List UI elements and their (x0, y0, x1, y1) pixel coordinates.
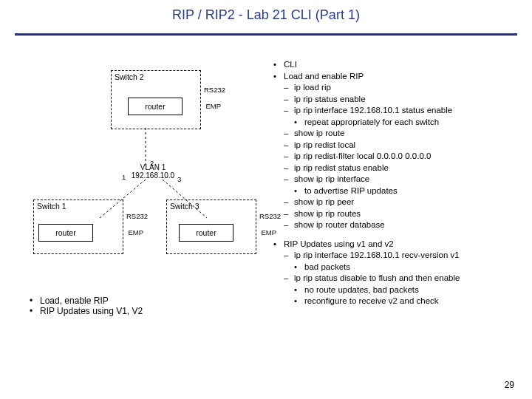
page-number: 29 (505, 380, 514, 390)
switch-2-label: Switch 2 (115, 72, 144, 81)
router-left: router (38, 224, 93, 242)
cli-cmd: show ip rip routes (284, 208, 517, 220)
router-label: router (145, 102, 165, 111)
cli-cmd: show ip rip interface to advertise RIP u… (284, 174, 517, 197)
port-1: 1 (122, 173, 126, 181)
cli-cmd-text: ip rip interface 192.168.10.1 status ena… (294, 106, 452, 115)
switch-3-label: Switch 3 (170, 202, 200, 211)
emp-label-1: EMP (128, 228, 143, 236)
cli-note: reconfigure to receive v2 and check (294, 296, 517, 307)
cli-cmd: ip rip redist-filter local 0.0.0.0 0.0.0… (284, 151, 517, 163)
cli-note: no route updates, bad packets (294, 284, 517, 296)
network-diagram: Switch 2 RS232 router EMP VLAN 1 192.168… (55, 70, 262, 255)
slide-stage: Switch 2 RS232 router EMP VLAN 1 192.168… (15, 44, 517, 384)
router-top: router (128, 98, 183, 115)
switch-2-box: Switch 2 RS232 router EMP (111, 70, 201, 129)
left-bullet-0: Load, enable RIP (30, 296, 251, 306)
cli-load-enable: Load and enable RIP ip load rip ip rip s… (273, 71, 517, 231)
cli-cmd: show ip router database (284, 219, 517, 231)
cli-rip-updates-text: RIP Updates using v1 and v2 (284, 239, 394, 248)
cli-cmd: show ip rip peer (284, 197, 517, 208)
page-title: RIP / RIP2 - Lab 21 CLI (Part 1) (0, 0, 532, 23)
cli-bullets: CLI Load and enable RIP ip load rip ip r… (273, 59, 517, 307)
cli-cmd: ip rip interface 192.168.10.1 recv-versi… (284, 250, 517, 273)
port-3: 3 (177, 175, 181, 183)
rs232-label: RS232 (204, 86, 225, 94)
cli-cmd: ip load rip (284, 82, 517, 94)
cli-heading: CLI (273, 59, 517, 71)
switch-1-label: Switch 1 (37, 202, 66, 211)
cli-note: to advertise RIP updates (294, 185, 517, 197)
emp-label: EMP (205, 102, 221, 110)
vlan-subnet: 192.168.10.0 (127, 171, 179, 180)
left-bullet-1: RIP Updates using V1, V2 (30, 306, 251, 316)
cli-cmd: ip rip status enable (284, 94, 517, 106)
router-label: router (55, 228, 75, 237)
cli-note: repeat appropriately for each switch (294, 117, 517, 129)
cli-cmd: ip rip status disable to flush and then … (284, 273, 517, 307)
router-label: router (196, 228, 216, 237)
title-rule (15, 33, 517, 35)
cli-cmd: show ip route (284, 128, 517, 140)
cli-cmd: ip rip redist local (284, 140, 517, 151)
cli-cmd-text: show ip rip interface (294, 174, 369, 183)
switch-1-box: Switch 1 RS232 router EMP (33, 200, 123, 254)
cli-load-enable-text: Load and enable RIP (284, 72, 364, 81)
cli-note: bad packets (294, 262, 517, 273)
rs232-label-1: RS232 (126, 212, 148, 220)
cli-cmd-text: ip rip status disable to flush and then … (294, 273, 460, 282)
switch-3-box: Switch 3 RS232 router EMP (166, 200, 256, 254)
router-right: router (179, 224, 233, 242)
cli-cmd-text: ip rip interface 192.168.10.1 recv-versi… (294, 250, 460, 259)
cli-rip-updates: RIP Updates using v1 and v2 ip rip inter… (273, 239, 517, 307)
left-bullets: Load, enable RIP RIP Updates using V1, V… (30, 296, 251, 316)
cli-cmd: ip rip redist status enable (284, 163, 517, 174)
port-2: 2 (150, 159, 154, 167)
cli-cmd: ip rip interface 192.168.10.1 status ena… (284, 105, 517, 128)
